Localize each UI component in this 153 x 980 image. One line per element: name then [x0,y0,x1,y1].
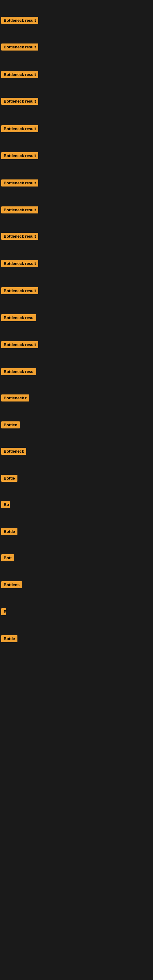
bottleneck-badge-9[interactable]: Bottleneck result [1,233,38,240]
result-row-16: Bottlen [0,421,21,430]
result-row-10: Bottleneck result [0,259,40,269]
result-row-7: Bottleneck result [0,179,40,188]
bottleneck-badge-14[interactable]: Bottleneck resu [1,368,36,375]
result-row-23: B [0,608,7,617]
bottleneck-badge-18[interactable]: Bottle [1,475,18,482]
result-row-22: Bottlens [0,581,23,590]
bottleneck-badge-19[interactable]: Bo [1,501,10,508]
bottleneck-badge-24[interactable]: Bottle [1,635,18,642]
bottleneck-badge-1[interactable]: Bottleneck result [1,17,38,24]
result-row-24: Bottle [0,635,19,644]
result-row-21: Bott [0,554,15,563]
bottleneck-badge-23[interactable]: B [1,608,6,615]
bottleneck-badge-22[interactable]: Bottlens [1,581,22,588]
result-row-15: Bottleneck r [0,394,30,403]
result-row-19: Bo [0,500,11,510]
bottleneck-badge-3[interactable]: Bottleneck result [1,71,38,78]
result-row-18: Bottle [0,474,19,484]
result-row-9: Bottleneck result [0,232,40,242]
bottleneck-badge-21[interactable]: Bott [1,554,14,562]
result-row-1: Bottleneck result [0,16,40,26]
result-row-13: Bottleneck result [0,340,40,350]
result-row-3: Bottleneck result [0,70,40,80]
result-row-5: Bottleneck result [0,125,40,134]
bottleneck-badge-11[interactable]: Bottleneck result [1,287,38,294]
bottleneck-badge-20[interactable]: Bottle [1,528,18,535]
result-row-2: Bottleneck result [0,43,40,52]
site-title [0,0,153,5]
bottleneck-badge-16[interactable]: Bottlen [1,422,20,428]
result-row-4: Bottleneck result [0,97,40,107]
bottleneck-badge-2[interactable]: Bottleneck result [1,43,38,51]
bottleneck-badge-12[interactable]: Bottleneck resu [1,314,36,321]
bottleneck-badge-6[interactable]: Bottleneck result [1,152,38,159]
bottleneck-badge-17[interactable]: Bottleneck [1,448,26,455]
result-row-11: Bottleneck result [0,286,40,296]
result-row-6: Bottleneck result [0,151,40,161]
result-row-20: Bottle [0,527,19,537]
result-row-12: Bottleneck resu [0,313,37,323]
result-row-14: Bottleneck resu [0,368,37,377]
result-row-17: Bottleneck [0,447,27,457]
bottleneck-badge-7[interactable]: Bottleneck result [1,180,38,186]
bottleneck-badge-13[interactable]: Bottleneck result [1,341,38,348]
bottleneck-badge-8[interactable]: Bottleneck result [1,207,38,213]
bottleneck-badge-15[interactable]: Bottleneck r [1,395,29,401]
bottleneck-badge-10[interactable]: Bottleneck result [1,260,38,267]
result-row-8: Bottleneck result [0,206,40,215]
bottleneck-badge-4[interactable]: Bottleneck result [1,98,38,105]
bottleneck-badge-5[interactable]: Bottleneck result [1,125,38,132]
